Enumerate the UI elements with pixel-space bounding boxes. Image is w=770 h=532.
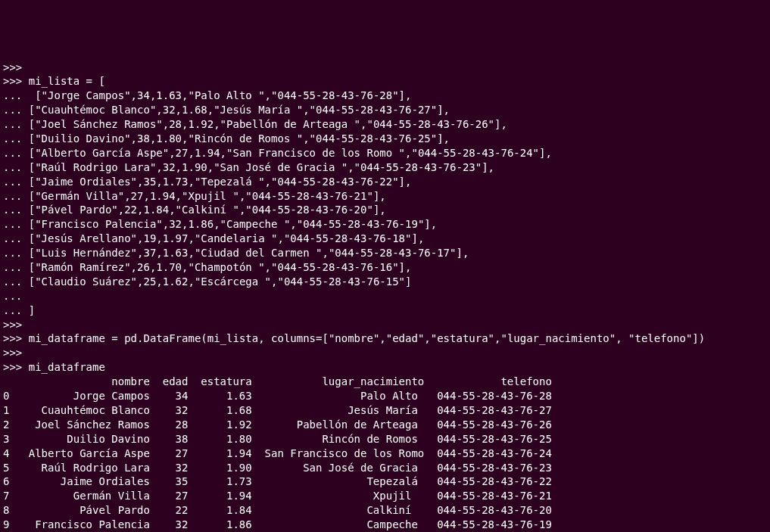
df-row: 5 Raúl Rodrigo Lara 32 1.90 San José de …: [3, 462, 552, 474]
continuation: ...: [3, 118, 22, 130]
continuation: ...: [3, 161, 22, 173]
df-row: 7 Germán Villa 27 1.94 Xpujil 044-55-28-…: [3, 490, 552, 502]
list-row: ["Pável Pardo",22,1.84,"Calkiní ","044-5…: [29, 204, 386, 216]
df-row: 6 Jaime Ordiales 35 1.73 Tepezalá 044-55…: [3, 475, 552, 487]
df-row: 9 Francisco Palencia 32 1.86 Campeche 04…: [3, 518, 552, 530]
terminal[interactable]: >>> >>> mi_lista = [ ... ["Jorge Campos"…: [3, 61, 767, 532]
continuation: ...: [3, 89, 22, 101]
continuation: ...: [3, 176, 22, 188]
cmd-df-show: mi_dataframe: [29, 361, 105, 373]
list-row: ["Luis Hernández",37,1.63,"Ciudad del Ca…: [29, 247, 469, 259]
list-row: ["Jaime Ordiales",35,1.73,"Tepezalá ","0…: [29, 176, 412, 188]
list-row: ["Jorge Campos",34,1.63,"Palo Alto ","04…: [29, 89, 412, 101]
prompt: >>>: [3, 361, 22, 373]
continuation: ...: [3, 261, 22, 273]
list-row: ["Claudio Suárez",25,1.62,"Escárcega ","…: [29, 275, 412, 288]
continuation: ...: [3, 304, 22, 316]
list-row: ["Duilio Davino",38,1.80,"Rincón de Romo…: [29, 132, 450, 145]
list-row: ["Jesús Arellano",19,1.97,"Candelaria ",…: [29, 232, 425, 244]
list-row: ["Germán Villa",27,1.94,"Xpujil ","044-5…: [29, 190, 386, 202]
prompt: >>>: [3, 332, 22, 344]
df-row: 4 Alberto García Aspe 27 1.94 San Franci…: [3, 447, 552, 459]
df-row: 3 Duilio Davino 38 1.80 Rincón de Romos …: [3, 433, 552, 445]
continuation: ...: [3, 232, 22, 244]
df-row: 2 Joel Sánchez Ramos 28 1.92 Pabellón de…: [3, 418, 552, 431]
cmd-list-decl: mi_lista = [: [29, 75, 105, 87]
df-row: 1 Cuauhtémoc Blanco 32 1.68 Jesús María …: [3, 404, 552, 416]
continuation: ...: [3, 190, 22, 202]
continuation: ...: [3, 247, 22, 259]
df-row: 0 Jorge Campos 34 1.63 Palo Alto 044-55-…: [3, 390, 552, 402]
list-close: ]: [29, 304, 35, 316]
list-row: ["Raúl Rodrigo Lara",32,1.90,"San José d…: [29, 161, 494, 173]
continuation: ...: [3, 204, 22, 216]
list-row: ["Cuauhtémoc Blanco",32,1.68,"Jesús Marí…: [29, 104, 450, 116]
list-row: ["Francisco Palencia",32,1.86,"Campeche …: [29, 218, 437, 230]
continuation: ...: [3, 218, 22, 230]
prompt: >>>: [3, 347, 22, 359]
continuation: ...: [3, 104, 22, 116]
continuation: ...: [3, 290, 22, 302]
prompt: >>>: [3, 75, 22, 87]
prompt: >>>: [3, 61, 22, 73]
cmd-df-create: mi_dataframe = pd.DataFrame(mi_lista, co…: [29, 332, 705, 344]
prompt: >>>: [3, 319, 22, 331]
list-row: ["Alberto García Aspe",27,1.94,"San Fran…: [29, 147, 552, 159]
continuation: ...: [3, 275, 22, 288]
df-header: nombre edad estatura lugar_nacimiento te…: [3, 375, 552, 387]
continuation: ...: [3, 132, 22, 145]
df-row: 8 Pável Pardo 22 1.84 Calkiní 044-55-28-…: [3, 504, 552, 516]
continuation: ...: [3, 147, 22, 159]
list-row: ["Joel Sánchez Ramos",28,1.92,"Pabellón …: [29, 118, 507, 130]
list-row: ["Ramón Ramírez",26,1.70,"Champotón ","0…: [29, 261, 412, 273]
